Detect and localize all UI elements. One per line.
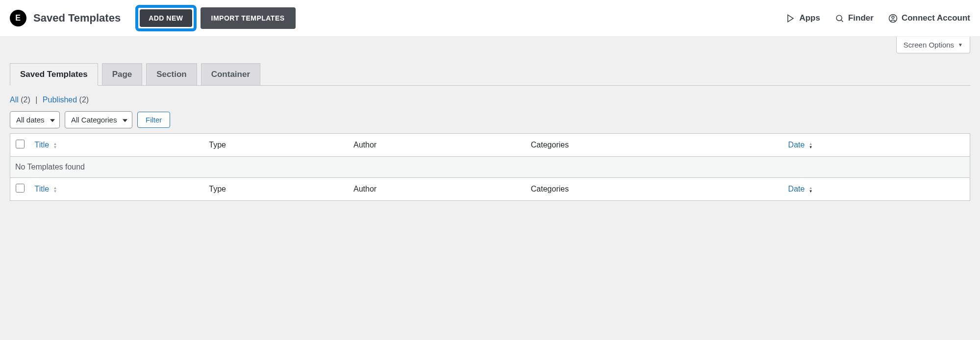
- tab-container[interactable]: Container: [201, 63, 260, 85]
- page-title: Saved Templates: [33, 12, 121, 24]
- column-categories-footer: Categories: [526, 178, 783, 201]
- column-date-label: Date: [788, 141, 805, 149]
- connect-label: Connect Account: [902, 13, 970, 23]
- sort-indicator-icon: ▲▼: [53, 142, 57, 149]
- column-title-sort[interactable]: Title ▲▼: [35, 141, 57, 149]
- finder-link[interactable]: Finder: [835, 13, 874, 23]
- sort-indicator-icon: ▲▼: [809, 142, 813, 149]
- column-date-sort[interactable]: Date ▲▼: [788, 141, 813, 149]
- column-author-footer: Author: [349, 178, 526, 201]
- separator: |: [35, 96, 37, 104]
- top-bar: E Saved Templates ADD NEW IMPORT TEMPLAT…: [0, 0, 980, 37]
- finder-label: Finder: [848, 13, 874, 23]
- sort-indicator-icon: ▲▼: [809, 186, 813, 193]
- apps-icon: [786, 14, 795, 23]
- column-categories: Categories: [526, 134, 783, 157]
- filter-all-count: (2): [21, 96, 30, 104]
- table-footer-row: Title ▲▼ Type Author Categories Date ▲▼: [10, 178, 970, 201]
- tab-section[interactable]: Section: [146, 63, 197, 85]
- search-icon: [835, 14, 844, 23]
- elementor-logo-icon: E: [10, 10, 26, 26]
- dates-select[interactable]: All dates: [10, 111, 60, 128]
- templates-table: Title ▲▼ Type Author Categories Date ▲▼ …: [10, 133, 970, 201]
- column-date-sort-footer[interactable]: Date ▲▼: [788, 185, 813, 193]
- svg-point-3: [892, 16, 894, 18]
- column-title-sort-footer[interactable]: Title ▲▼: [35, 185, 57, 193]
- screen-options-button[interactable]: Screen Options ▼: [896, 37, 970, 53]
- content-area: Saved Templates Page Section Container A…: [0, 53, 980, 211]
- svg-point-0: [836, 15, 842, 21]
- categories-select[interactable]: All Categories: [65, 111, 132, 128]
- tab-page[interactable]: Page: [102, 63, 143, 85]
- column-author: Author: [349, 134, 526, 157]
- column-type-footer: Type: [204, 178, 349, 201]
- table-empty-row: No Templates found: [10, 157, 970, 178]
- select-all-checkbox-bottom[interactable]: [16, 184, 25, 193]
- column-type: Type: [204, 134, 349, 157]
- filter-button[interactable]: Filter: [137, 112, 170, 128]
- svg-line-1: [841, 20, 843, 22]
- user-circle-icon: [888, 14, 898, 23]
- import-templates-button[interactable]: IMPORT TEMPLATES: [201, 7, 296, 29]
- column-title-label: Title: [35, 141, 50, 149]
- apps-link[interactable]: Apps: [786, 13, 820, 23]
- template-tabs: Saved Templates Page Section Container: [10, 63, 970, 86]
- tab-saved-templates[interactable]: Saved Templates: [10, 63, 98, 86]
- add-new-highlight: ADD NEW: [135, 5, 196, 31]
- column-date-label-footer: Date: [788, 185, 805, 193]
- topbar-right: Apps Finder Connect Account: [786, 13, 970, 23]
- connect-account-link[interactable]: Connect Account: [888, 13, 970, 23]
- add-new-button[interactable]: ADD NEW: [140, 9, 192, 27]
- filter-bar: All dates All Categories Filter: [10, 111, 970, 128]
- filter-all-link[interactable]: All: [10, 96, 19, 104]
- column-title-label-footer: Title: [35, 185, 50, 193]
- filter-published-link[interactable]: Published: [43, 96, 77, 104]
- status-filter-links: All (2) | Published (2): [10, 96, 970, 104]
- chevron-down-icon: ▼: [958, 42, 963, 48]
- select-all-checkbox-top[interactable]: [16, 140, 25, 148]
- screen-options-wrap: Screen Options ▼: [0, 37, 980, 53]
- screen-options-label: Screen Options: [904, 41, 954, 49]
- empty-message: No Templates found: [10, 157, 970, 178]
- table-header-row: Title ▲▼ Type Author Categories Date ▲▼: [10, 134, 970, 157]
- sort-indicator-icon: ▲▼: [53, 186, 57, 193]
- filter-published-count: (2): [79, 96, 89, 104]
- apps-label: Apps: [799, 13, 820, 23]
